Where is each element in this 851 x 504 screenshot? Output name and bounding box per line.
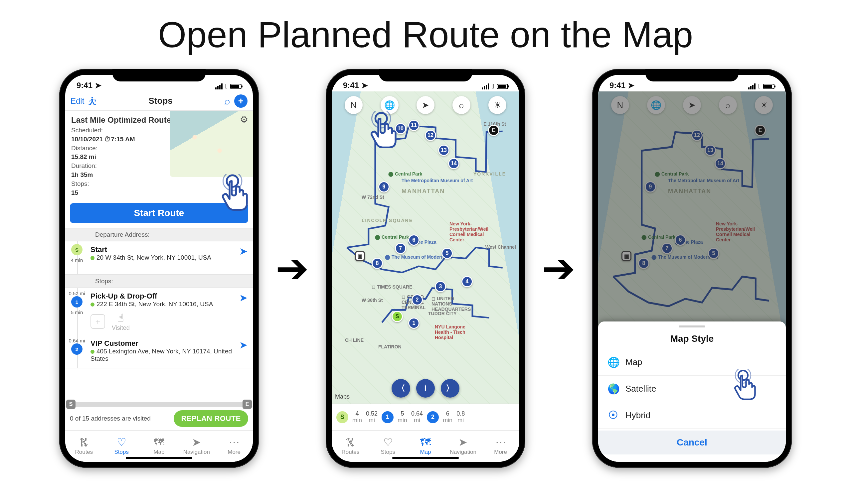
stop-row-2[interactable]: 0.64 mi 2 ➤ VIP Customer 405 Lexington A…: [65, 335, 253, 368]
progress-slider[interactable]: S E: [67, 402, 251, 407]
signal-icon: [215, 84, 223, 89]
weather-button[interactable]: ☀︎: [488, 96, 506, 114]
search-icon[interactable]: ⌕: [224, 95, 230, 107]
poi-times-sq: ◻ TIMES SQUARE: [371, 284, 412, 290]
route-map[interactable]: MANHATTAN YORKVILLE LINCOLN SQUARE ⬤ Cen…: [332, 91, 519, 403]
map-icon: 🗺︎: [154, 437, 164, 448]
map-pin-3[interactable]: 3: [435, 281, 446, 292]
map-pin-5[interactable]: 5: [441, 248, 453, 259]
option-label: Map: [625, 357, 642, 367]
edit-button[interactable]: Edit: [71, 96, 84, 106]
map-pin-9[interactable]: 9: [378, 181, 389, 193]
battery-icon: [497, 84, 508, 89]
map-stop-ticker[interactable]: S 4min 0.52mi 1 5min 0.64mi 2 6min 0.8mi: [332, 403, 519, 430]
stop-time: 5 min: [71, 309, 83, 315]
map-pin-14[interactable]: 14: [448, 158, 459, 169]
stops-list[interactable]: Departure Address: S 4 min ➤ Start 20 W …: [65, 228, 253, 402]
globe-icon: 🌐: [607, 356, 619, 368]
locate-button: ➤: [683, 96, 701, 114]
poi-w36: W 36th St: [362, 298, 383, 303]
map-pin-11[interactable]: 11: [408, 120, 419, 131]
distance-value: 15.82 mi: [71, 153, 96, 160]
signal-icon: [748, 84, 756, 89]
map-pin-8[interactable]: 8: [371, 258, 383, 269]
gear-icon[interactable]: ⚙: [240, 114, 248, 125]
map-box-marker[interactable]: ▣: [355, 251, 365, 261]
status-dot-icon: [90, 256, 94, 260]
stop-marker-2: 2: [71, 343, 83, 355]
slider-start-cap: S: [66, 400, 75, 409]
navigate-icon[interactable]: ➤: [239, 245, 247, 257]
poi-flatiron: FLATIRON: [378, 344, 402, 349]
routes-icon: ⛕: [345, 437, 355, 448]
flow-arrow-icon: ➔: [542, 245, 575, 291]
map-pin-4[interactable]: 4: [462, 276, 473, 287]
nav-more[interactable]: ⋯More: [482, 431, 519, 462]
option-label: Satellite: [625, 384, 656, 394]
compass-button: N: [611, 96, 629, 114]
sheet-grab-handle[interactable]: [679, 325, 705, 327]
map-pin-12[interactable]: 12: [425, 130, 436, 141]
status-dot-icon: [90, 303, 94, 307]
start-route-button[interactable]: Start Route: [70, 203, 248, 223]
stop-name: Start: [90, 245, 249, 254]
map-pin-13[interactable]: 13: [438, 145, 449, 156]
prev-stop-button[interactable]: 〈: [392, 379, 410, 398]
battery-icon: [230, 84, 242, 89]
next-stop-button[interactable]: 〉: [441, 379, 459, 398]
map-label-lincoln: LINCOLN SQUARE: [362, 218, 413, 223]
hybrid-icon: ⦿: [607, 410, 619, 421]
add-stop-button[interactable]: +: [234, 94, 247, 108]
map-pin-14: 14: [715, 158, 726, 169]
poi-met: The Metropolitan Museum of Art: [402, 178, 473, 183]
stops-icon: ♡: [117, 437, 126, 448]
map-pin-start[interactable]: S: [392, 311, 403, 322]
slider-end-cap: E: [243, 400, 252, 409]
replan-route-button[interactable]: REPLAN ROUTE: [174, 410, 248, 427]
map-pin-10[interactable]: 10: [395, 123, 406, 134]
stops-section-header: Stops:: [65, 275, 253, 288]
person-pin-icon[interactable]: ⛹︎: [88, 96, 97, 106]
nav-routes[interactable]: ⛕Routes: [65, 431, 103, 462]
poi-nypmc: New York-Presbyterian/Weil Cornell Medic…: [449, 221, 499, 242]
map-region-label: MANHATTAN: [668, 188, 711, 195]
stop-row-start[interactable]: S 4 min ➤ Start 20 W 34th St, New York, …: [65, 241, 253, 275]
compass-button[interactable]: N: [345, 96, 363, 114]
search-button[interactable]: ⌕: [452, 96, 470, 114]
navigate-icon[interactable]: ➤: [239, 292, 247, 304]
nav-routes[interactable]: ⛕Routes: [332, 431, 369, 462]
stop-row-1[interactable]: 0.52 mi 1 5 min ➤ Pick-Up & Drop-Off 222…: [65, 288, 253, 335]
map-pin-6[interactable]: 6: [408, 234, 419, 246]
navigate-icon[interactable]: ➤: [239, 339, 247, 351]
map-pin-7[interactable]: 7: [395, 243, 406, 254]
fingerprint-icon[interactable]: ☝︎: [117, 311, 124, 324]
stop-address: 405 Lexington Ave, New York, NY 10174, U…: [90, 348, 232, 362]
map-pin-end[interactable]: E: [488, 125, 499, 136]
map-icon: 🗺︎: [420, 437, 431, 448]
add-note-icon[interactable]: ＋: [90, 314, 105, 329]
visited-controls: ＋ ☝︎ Visited: [90, 311, 249, 331]
map-pin-end: E: [754, 125, 766, 136]
duration-value: 1h 35m: [71, 171, 93, 178]
map-style-option-satellite[interactable]: 🌎 Satellite: [598, 376, 786, 402]
map-pin-13: 13: [705, 145, 716, 156]
stops-label: Stops:: [71, 180, 89, 187]
poi-tudor: TUDOR CITY: [428, 311, 457, 316]
phone-stops-screen: 9:41 ➤ 􀙇 Edit ⛹︎ Stops ⌕ + ⚙: [59, 69, 259, 468]
map-pin-1[interactable]: 1: [408, 318, 419, 329]
stop-info-button[interactable]: i: [416, 379, 435, 398]
scheduled-label: Scheduled:: [71, 127, 103, 134]
map-style-option-hybrid[interactable]: ⦿ Hybrid: [598, 402, 786, 429]
stop-name: Pick-Up & Drop-Off: [90, 292, 249, 301]
map-style-button[interactable]: 🌐: [381, 96, 399, 114]
map-style-option-map[interactable]: 🌐 Map: [598, 349, 786, 376]
poi-un: ◻ UNITED NATIONS HEADQUARTERS: [432, 296, 471, 312]
map-pin-7: 7: [661, 243, 673, 254]
nav-more[interactable]: ⋯More: [215, 431, 253, 462]
map-pin-12: 12: [691, 130, 702, 141]
sheet-cancel-button[interactable]: Cancel: [598, 431, 786, 454]
map-label-yorkville: YORKVILLE: [473, 171, 506, 177]
status-time: 9:41 ➤: [609, 81, 635, 90]
locate-button[interactable]: ➤: [417, 96, 434, 114]
map-pin-2[interactable]: 2: [412, 294, 423, 306]
